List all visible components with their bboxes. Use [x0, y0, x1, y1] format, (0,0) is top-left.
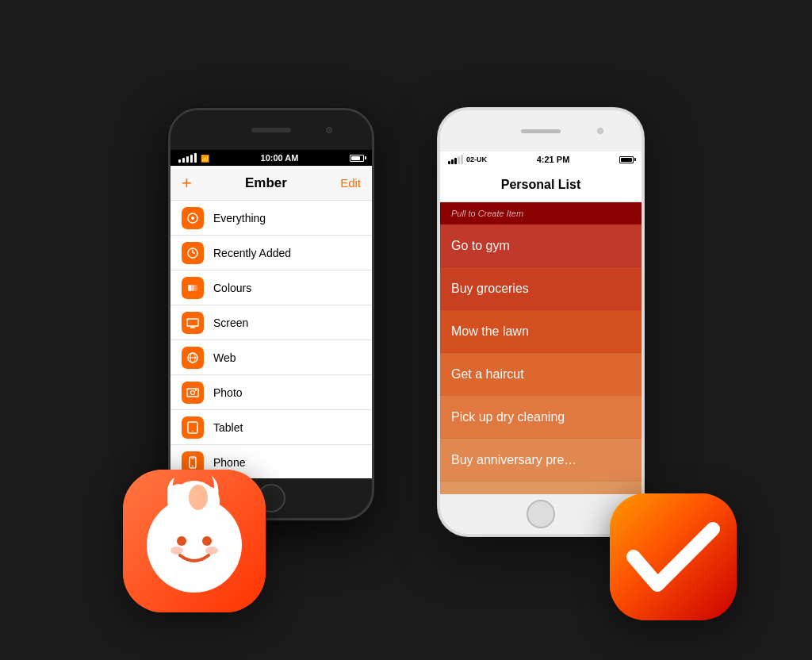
signal-bars-black: 📶 — [178, 153, 209, 163]
svg-point-34 — [170, 547, 183, 554]
phone-top-white — [440, 110, 642, 152]
svg-point-32 — [177, 536, 186, 546]
list-item[interactable]: Web — [170, 340, 372, 375]
status-time-white: 4:21 PM — [537, 155, 570, 164]
item-label-tablet: Tablet — [213, 421, 243, 434]
todo-text-0: Go to gym — [451, 239, 510, 253]
item-label-web: Web — [213, 351, 236, 364]
svg-rect-8 — [187, 319, 198, 326]
list-nav: Personal List — [440, 167, 642, 202]
todo-item-5[interactable]: Buy anniversary pre… — [440, 439, 642, 482]
carrier-label: 02-UK — [466, 155, 487, 163]
screen-icon — [182, 312, 204, 334]
item-label-phone: Phone — [213, 456, 245, 469]
item-label-recently: Recently Added — [213, 247, 291, 259]
svg-rect-7 — [194, 285, 197, 291]
recently-added-icon — [182, 242, 204, 264]
todo-item-4[interactable]: Pick up dry cleaning — [440, 396, 642, 439]
svg-point-15 — [191, 390, 195, 394]
item-label-photo: Photo — [213, 386, 243, 399]
item-label-everything: Everything — [213, 212, 266, 224]
pull-banner: Pull to Create Item — [440, 202, 642, 224]
camera-black — [326, 127, 332, 133]
list-item[interactable]: Recently Added — [170, 236, 372, 271]
list-item[interactable]: Tablet — [170, 410, 372, 445]
pull-banner-text: Pull to Create Item — [451, 209, 523, 218]
todo-item-3[interactable]: Get a haircut — [440, 353, 642, 396]
speaker-white — [521, 129, 561, 133]
list-nav-title: Personal List — [501, 178, 580, 192]
check-app-icon[interactable] — [610, 493, 737, 620]
signal-area-white: 02-UK — [448, 155, 487, 164]
photo-icon — [182, 382, 204, 404]
item-label-screen: Screen — [213, 317, 248, 329]
todo-text-1: Buy groceries — [451, 282, 529, 296]
everything-icon — [182, 207, 204, 229]
list-item[interactable]: Colours — [170, 271, 372, 305]
svg-rect-14 — [187, 389, 198, 397]
white-phone: 02-UK 4:21 PM Personal List Pull to Crea… — [438, 108, 644, 536]
todo-item-0[interactable]: Go to gym — [440, 224, 642, 267]
add-button[interactable]: + — [182, 173, 192, 194]
item-label-colours: Colours — [213, 282, 251, 294]
signal-bars-white — [448, 155, 463, 164]
todo-item-6[interactable]: Reply to morning… — [440, 482, 642, 494]
svg-point-16 — [195, 389, 197, 391]
list-item[interactable]: Photo — [170, 375, 372, 410]
todo-text-4: Pick up dry cleaning — [451, 410, 565, 424]
ember-app-icon[interactable] — [123, 470, 266, 612]
colours-icon — [182, 277, 204, 299]
wifi-icon-black: 📶 — [201, 155, 209, 163]
todo-item-2[interactable]: Mow the lawn — [440, 310, 642, 353]
todo-text-5: Buy anniversary pre… — [451, 453, 576, 467]
list-item[interactable]: Everything — [170, 201, 372, 236]
status-bar-white: 02-UK 4:21 PM — [440, 152, 642, 167]
speaker-black — [251, 128, 291, 132]
battery-black — [350, 155, 364, 162]
svg-point-1 — [191, 217, 194, 220]
svg-point-35 — [205, 547, 218, 554]
web-icon — [182, 347, 204, 369]
todo-text-2: Mow the lawn — [451, 324, 529, 339]
ember-nav: + Ember Edit — [170, 166, 372, 201]
phone-top-black — [170, 110, 372, 150]
home-button-white[interactable] — [527, 500, 555, 528]
nav-title-ember: Ember — [245, 175, 287, 191]
battery-white — [619, 156, 634, 163]
status-bar-black: 📶 10:00 AM — [170, 150, 372, 166]
camera-white — [597, 128, 603, 134]
black-phone: 📶 10:00 AM + Ember Edit Everything — [168, 108, 374, 520]
svg-rect-6 — [191, 285, 194, 291]
tablet-icon — [182, 416, 204, 439]
todo-item-1[interactable]: Buy groceries — [440, 267, 642, 310]
todo-text-3: Get a haircut — [451, 367, 524, 382]
list-item[interactable]: Screen — [170, 305, 372, 340]
scene: 📶 10:00 AM + Ember Edit Everything — [0, 0, 812, 660]
svg-point-33 — [202, 536, 212, 546]
ember-list: Everything Recently Added Colours — [170, 201, 372, 478]
svg-rect-5 — [188, 285, 191, 291]
svg-point-20 — [192, 465, 193, 466]
todo-list: Go to gym Buy groceries Mow the lawn Get… — [440, 224, 642, 494]
status-time-black: 10:00 AM — [261, 153, 299, 163]
edit-button[interactable]: Edit — [340, 176, 361, 190]
svg-point-31 — [189, 485, 208, 510]
